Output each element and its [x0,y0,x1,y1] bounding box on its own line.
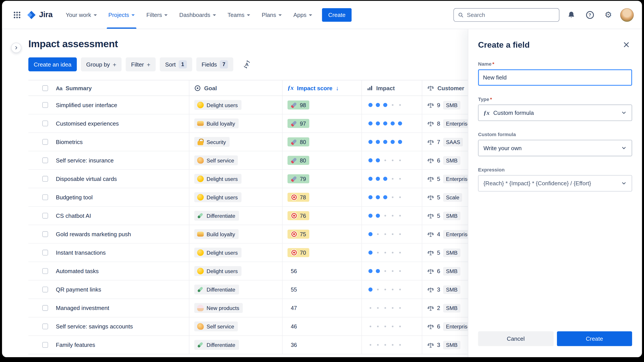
impact-score-cell[interactable]: 76 [282,206,362,225]
app-switcher-button[interactable] [10,8,24,21]
impact-score-cell[interactable]: 46 [282,317,362,336]
row-checkbox[interactable] [42,250,48,256]
fields-button[interactable]: Fields 7 [196,57,233,72]
column-header-impact-score[interactable]: Impact score [282,80,362,96]
field-name-input[interactable] [478,69,632,86]
row-checkbox[interactable] [42,342,48,348]
summary-cell[interactable]: Self service: insurance [51,151,190,169]
summary-cell[interactable]: Disposable virtual cards [51,170,190,188]
summary-cell[interactable]: Automated tasks [51,262,190,280]
table-row[interactable]: Simplified user interfaceDelight users98… [28,96,468,114]
summary-cell[interactable]: Family features [51,336,190,354]
impact-cell[interactable] [362,336,422,354]
custom-formula-select[interactable]: Write your own [478,140,632,156]
table-row[interactable]: Budgeting toolDelight users785Scale [28,188,468,206]
summary-cell[interactable]: Customised experiences [51,114,190,132]
table-row[interactable]: Self service: insuranceSelf service806SM… [28,151,468,170]
impact-cell[interactable] [362,317,422,336]
column-header-customer[interactable]: Customer [422,80,468,96]
goal-cell[interactable]: Differentiate [189,336,282,354]
create-button[interactable]: Create [322,8,352,21]
impact-score-cell[interactable]: 80 [282,133,362,151]
table-row[interactable]: QR payment linksDifferentiate553SMB [28,281,468,299]
sort-button[interactable]: Sort 1 [160,57,192,72]
goal-cell[interactable]: Delight users [189,188,282,206]
table-row[interactable]: Customised experiencesBuild loyalty978En… [28,114,468,133]
impact-cell[interactable] [362,299,422,317]
goal-cell[interactable]: Delight users [189,170,282,188]
impact-score-cell[interactable]: 97 [282,114,362,132]
goal-cell[interactable]: Build loyalty [189,114,282,132]
nav-item-filters[interactable]: Filters [140,1,174,29]
summary-cell[interactable]: Managed investment [51,299,190,317]
jira-logo[interactable]: Jira [26,10,52,19]
group-by-button[interactable]: Group by [81,57,122,72]
impact-cell[interactable] [362,133,422,151]
summary-cell[interactable]: Self service: savings accounts [51,317,190,336]
nav-item-apps[interactable]: Apps [288,1,318,29]
goal-cell[interactable]: Delight users [189,96,282,114]
customer-cell[interactable]: 2SMB [422,299,468,317]
customer-cell[interactable]: 5Enterprise [422,170,468,188]
customer-cell[interactable]: 8Enterprise [422,114,468,132]
row-checkbox[interactable] [42,157,48,163]
customer-cell[interactable]: 6SMB [422,151,468,169]
rank-sort-button[interactable]: A [240,57,254,72]
nav-item-your-work[interactable]: Your work [60,1,103,29]
expression-select[interactable]: {Reach} * {Impact} * {Confidence} / {Eff… [478,175,632,192]
filter-button[interactable]: Filter [126,57,156,72]
row-checkbox[interactable] [42,268,48,274]
summary-cell[interactable]: Simplified user interface [51,96,190,114]
nav-item-projects[interactable]: Projects [103,1,141,29]
goal-cell[interactable]: Differentiate [189,281,282,299]
search-input[interactable] [467,11,555,18]
impact-score-cell[interactable]: 80 [282,151,362,169]
impact-cell[interactable] [362,281,422,299]
row-checkbox[interactable] [42,231,48,237]
summary-cell[interactable]: Instant transactions [51,244,190,262]
help-button[interactable] [583,8,596,21]
row-checkbox[interactable] [42,213,48,218]
summary-cell[interactable]: Budgeting tool [51,188,190,206]
create-field-button[interactable]: Create [557,331,632,346]
customer-cell[interactable]: 5SMB [422,206,468,225]
impact-score-cell[interactable]: 78 [282,188,362,206]
nav-item-teams[interactable]: Teams [222,1,256,29]
summary-cell[interactable]: Gold rewards marketing push [51,225,190,243]
customer-cell[interactable]: 9SMB [422,96,468,114]
impact-cell[interactable] [362,151,422,169]
goal-cell[interactable]: New products [189,299,282,317]
summary-cell[interactable]: CS chatbot AI [51,206,190,225]
impact-cell[interactable] [362,170,422,188]
table-row[interactable]: Disposable virtual cardsDelight users795… [28,170,468,188]
table-row[interactable]: Gold rewards marketing pushBuild loyalty… [28,225,468,244]
impact-cell[interactable] [362,114,422,132]
impact-score-cell[interactable]: 47 [282,299,362,317]
nav-item-dashboards[interactable]: Dashboards [174,1,222,29]
goal-cell[interactable]: Self service [189,151,282,169]
goal-cell[interactable]: Security [189,133,282,151]
row-checkbox[interactable] [42,176,48,181]
summary-cell[interactable]: QR payment links [51,281,190,299]
table-row[interactable]: Automated tasksDelight users566SMB [28,262,468,281]
row-checkbox[interactable] [42,194,48,200]
impact-score-cell[interactable]: 98 [282,96,362,114]
customer-cell[interactable]: 5Scale [422,188,468,206]
create-idea-button[interactable]: Create an idea [28,57,77,72]
select-all-checkbox[interactable] [42,85,48,91]
settings-button[interactable]: ⚙ [602,8,615,21]
impact-cell[interactable] [362,96,422,114]
impact-score-cell[interactable]: 36 [282,336,362,354]
row-checkbox[interactable] [42,121,48,126]
customer-cell[interactable]: 5SMB [422,244,468,262]
customer-cell[interactable]: 6Enterprise [422,317,468,336]
type-select[interactable]: Custom formula [478,105,632,121]
impact-score-cell[interactable]: 75 [282,225,362,243]
customer-cell[interactable]: 3SMB [422,336,468,354]
goal-cell[interactable]: Self service [189,317,282,336]
impact-score-cell[interactable]: 79 [282,170,362,188]
impact-cell[interactable] [362,262,422,280]
table-row[interactable]: BiometricsSecurity807SAAS [28,133,468,151]
close-panel-button[interactable] [621,39,632,50]
user-avatar[interactable] [620,8,634,21]
